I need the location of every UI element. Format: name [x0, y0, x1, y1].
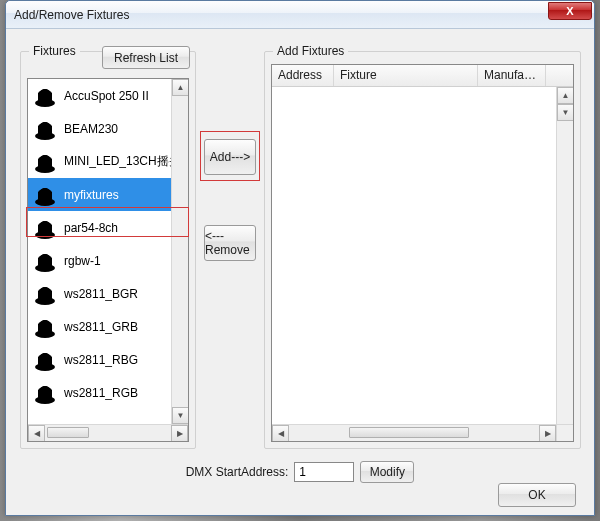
list-item[interactable]: MINI_LED_13CH摇头 [28, 145, 171, 178]
list-item-label: BEAM230 [64, 122, 118, 136]
scroll-right-icon[interactable]: ▶ [539, 425, 556, 442]
list-item-label: MINI_LED_13CH摇头 [64, 153, 171, 170]
list-item-label: ws2811_BGR [64, 287, 138, 301]
fixture-icon [32, 215, 58, 241]
dmx-start-address-label: DMX StartAddress: [186, 465, 289, 479]
fixtures-hscrollbar[interactable]: ◀ ▶ [28, 424, 188, 441]
list-item[interactable]: ws2811_BGR [28, 277, 171, 310]
client-area: Fixtures AccuSpot 250 IIBEAM230MINI_LED_… [6, 29, 594, 515]
fixture-icon [32, 149, 58, 175]
scroll-corner [556, 424, 573, 441]
scroll-track[interactable] [45, 425, 171, 442]
scroll-left-icon[interactable]: ◀ [272, 425, 289, 442]
scroll-up-icon[interactable]: ▲ [557, 87, 574, 104]
list-item[interactable]: myfixtures [28, 178, 171, 211]
column-header[interactable]: Manufact... [478, 65, 546, 86]
scroll-down-icon[interactable]: ▼ [172, 407, 189, 424]
scroll-left-icon[interactable]: ◀ [28, 425, 45, 442]
list-item-label: myfixtures [64, 188, 119, 202]
dialog-window: Add/Remove Fixtures X Fixtures AccuSpot … [5, 0, 595, 516]
fixtures-listbox[interactable]: AccuSpot 250 IIBEAM230MINI_LED_13CH摇头myf… [27, 78, 189, 442]
scroll-right-icon[interactable]: ▶ [171, 425, 188, 442]
fixture-icon [32, 281, 58, 307]
fixture-icon [32, 347, 58, 373]
ok-button[interactable]: OK [498, 483, 576, 507]
add-fixtures-group: Add Fixtures AddressFixtureManufact... ▲… [264, 51, 581, 449]
fixture-icon [32, 182, 58, 208]
column-header[interactable]: Fixture [334, 65, 478, 86]
list-item-label: par54-8ch [64, 221, 118, 235]
close-icon: X [566, 5, 573, 17]
scroll-down-icon[interactable]: ▼ [557, 104, 574, 121]
remove-button[interactable]: <---Remove [204, 225, 256, 261]
table-hscrollbar[interactable]: ◀ ▶ [272, 424, 556, 441]
fixtures-group-label: Fixtures [29, 44, 80, 58]
fixtures-list-inner: AccuSpot 250 IIBEAM230MINI_LED_13CH摇头myf… [28, 79, 171, 424]
fixtures-group: Fixtures AccuSpot 250 IIBEAM230MINI_LED_… [20, 51, 196, 449]
fixture-icon [32, 380, 58, 406]
refresh-list-button[interactable]: Refresh List [102, 46, 190, 69]
list-item[interactable]: AccuSpot 250 II [28, 79, 171, 112]
added-fixtures-table[interactable]: AddressFixtureManufact... ▲ ▼ ◀ ▶ [271, 64, 574, 442]
fixture-icon [32, 83, 58, 109]
add-button[interactable]: Add---> [204, 139, 256, 175]
fixture-icon [32, 248, 58, 274]
scroll-thumb[interactable] [349, 427, 469, 438]
table-header: AddressFixtureManufact... [272, 65, 573, 87]
column-header[interactable]: Address [272, 65, 334, 86]
scroll-track[interactable] [172, 96, 188, 407]
list-item[interactable]: BEAM230 [28, 112, 171, 145]
list-item-label: ws2811_GRB [64, 320, 138, 334]
titlebar[interactable]: Add/Remove Fixtures X [6, 1, 594, 29]
list-item[interactable]: ws2811_GRB [28, 310, 171, 343]
list-item[interactable]: par54-8ch [28, 211, 171, 244]
fixtures-vscrollbar[interactable]: ▲ ▼ [171, 79, 188, 424]
modify-button[interactable]: Modify [360, 461, 414, 483]
dmx-start-address-input[interactable] [294, 462, 354, 482]
list-item-label: ws2811_RBG [64, 353, 138, 367]
scroll-up-icon[interactable]: ▲ [172, 79, 189, 96]
table-vscrollbar[interactable]: ▲ ▼ [556, 87, 573, 424]
add-fixtures-group-label: Add Fixtures [273, 44, 348, 58]
list-item[interactable]: ws2811_RBG [28, 343, 171, 376]
list-item-label: ws2811_RGB [64, 386, 138, 400]
fixture-icon [32, 314, 58, 340]
close-button[interactable]: X [548, 2, 592, 20]
fixture-icon [32, 116, 58, 142]
scroll-thumb[interactable] [47, 427, 89, 438]
list-item-label: AccuSpot 250 II [64, 89, 149, 103]
scroll-track[interactable] [289, 425, 539, 442]
window-title: Add/Remove Fixtures [14, 8, 548, 22]
list-item[interactable]: ws2811_RGB [28, 376, 171, 409]
table-body[interactable] [272, 87, 556, 424]
list-item[interactable]: rgbw-1 [28, 244, 171, 277]
list-item-label: rgbw-1 [64, 254, 101, 268]
dmx-row: DMX StartAddress: Modify [6, 459, 594, 485]
